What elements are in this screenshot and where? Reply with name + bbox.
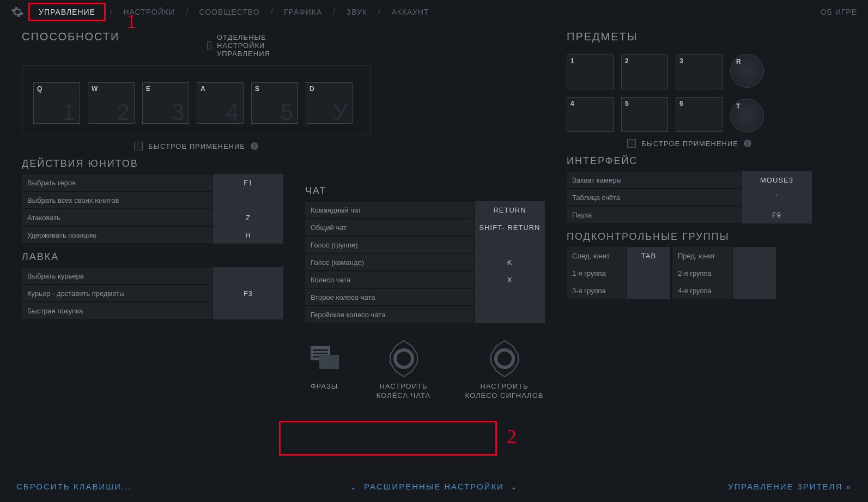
chat-list: Командный чатRETURN Общий чатSHIFT- RETU… [305,201,545,323]
tab-separator: / [186,7,188,17]
item-slots-area: 1 2 3 4 5 6 R T [567,54,812,132]
bind-row[interactable]: Геройское колесо чата [305,306,545,323]
content-area: СПОСОБНОСТИ ОТДЕЛЬНЫЕ НАСТРОЙКИ УПРАВЛЕН… [0,24,868,401]
bind-row[interactable]: Курьер - доставить предметыF3 [22,285,283,302]
bind-row[interactable]: Выбрать курьера [22,267,283,285]
chevron-down-icon: ⌄ [511,482,518,491]
svg-point-8 [496,350,513,367]
ability-slot[interactable]: E3 [142,82,189,124]
column-middle: ЧАТ Командный чатRETURN Общий чатSHIFT- … [305,178,545,401]
svg-point-6 [395,350,412,367]
interface-title: ИНТЕРФЕЙС [567,155,812,167]
wheel-icon [485,340,524,378]
tp-scroll-slot[interactable]: T [730,99,764,132]
column-right: ПРЕДМЕТЫ 1 2 3 4 5 6 R T БЫСТРОЕ [567,24,812,401]
bottom-bar: СБРОСИТЬ КЛАВИШИ... ⌄ РАСШИРЕННЫЕ НАСТРО… [0,482,868,491]
tab-community[interactable]: СООБЩЕСТВО [192,4,266,20]
bind-row[interactable]: Второе колесо чата [305,288,545,306]
reset-keys-button[interactable]: СБРОСИТЬ КЛАВИШИ... [16,482,131,491]
group-cell[interactable]: Пред. юнит [672,247,776,264]
phrases-button[interactable]: ФРАЗЫ [305,340,343,401]
ability-slot[interactable]: A4 [197,82,244,124]
svg-rect-1 [313,349,328,351]
bind-row[interactable]: Удерживать позициюH [22,226,283,244]
tab-controls[interactable]: УПРАВЛЕНИЕ [28,3,106,21]
wheel-icon [385,340,423,378]
item-slot[interactable]: 1 [567,55,614,89]
items-title: ПРЕДМЕТЫ [567,31,812,43]
svg-rect-4 [319,355,339,369]
group-cell[interactable]: 3-я группа [567,282,670,299]
groups-grid: След. юнитTAB Пред. юнит 1-я группа 2-я … [567,247,812,299]
item-slot[interactable]: 2 [621,55,668,89]
chat-icon-buttons: ФРАЗЫ НАСТРОИТЬ КОЛЁСА ЧАТА НАСТРОИТЬ КО… [305,340,545,401]
separate-controls-label: ОТДЕЛЬНЫЕ НАСТРОЙКИ УПРАВЛЕНИЯ [217,33,283,58]
svg-rect-2 [313,353,328,354]
bind-row[interactable]: ПаузаF9 [567,206,812,223]
shop-title: ЛАВКА [22,251,283,263]
item-slot[interactable]: 4 [567,97,614,132]
tab-about[interactable]: ОБ ИГРЕ [821,8,857,16]
bind-row[interactable]: Колесо чатаX [305,271,545,288]
bind-row[interactable]: Выбрать всех своих юнитов [22,191,283,209]
quickcast-items-checkbox[interactable] [627,139,636,148]
bind-row[interactable]: Голос (команде)K [305,253,545,271]
annotation-highlight-2 [279,421,497,456]
info-icon[interactable]: i [251,142,258,150]
ability-slot[interactable]: DУ [306,82,353,124]
quickcast-abilities-checkbox[interactable] [134,142,143,150]
ability-slot[interactable]: W2 [88,82,135,124]
groups-title: ПОДКОНТРОЛЬНЫЕ ГРУППЫ [567,231,812,243]
bind-row[interactable]: Выбрать герояF1 [22,174,283,191]
tab-sound[interactable]: ЗВУК [340,4,374,20]
bind-row[interactable]: Общий чатSHIFT- RETURN [305,219,545,236]
bind-row[interactable]: АтаковатьZ [22,209,283,226]
neutral-item-slot[interactable]: R [730,54,764,88]
group-cell[interactable]: 1-я группа [567,264,670,282]
annotation-2: 2 [507,425,517,448]
tab-graphics[interactable]: ГРАФИКА [277,4,329,20]
quickcast-items-label: БЫСТРОЕ ПРИМЕНЕНИЕ [641,140,738,148]
tab-separator: / [271,7,273,17]
ability-slot[interactable]: S5 [251,82,298,124]
group-cell[interactable]: 2-я группа [672,264,776,282]
unit-actions-list: Выбрать герояF1 Выбрать всех своих юнито… [22,174,283,244]
tab-separator: / [333,7,335,17]
chat-wheels-button[interactable]: НАСТРОИТЬ КОЛЁСА ЧАТА [371,340,436,401]
annotation-1: 1 [126,10,136,33]
interface-list: Захват камерыMOUSE3 Таблица счёта` Пауза… [567,171,812,223]
item-slot[interactable]: 5 [621,97,668,132]
chevron-down-icon: ⌄ [350,482,357,491]
gear-icon[interactable] [11,5,24,19]
group-cell[interactable]: След. юнитTAB [567,247,670,264]
tab-separator: / [378,7,380,17]
item-slot[interactable]: 3 [676,55,723,89]
tab-account[interactable]: АККАУНТ [385,4,435,20]
bind-row[interactable]: Таблица счёта` [567,189,812,206]
unit-actions-title: ДЕЙСТВИЯ ЮНИТОВ [22,158,283,170]
item-slot[interactable]: 6 [676,97,723,132]
shop-list: Выбрать курьера Курьер - доставить предм… [22,267,283,319]
chat-title: ЧАТ [305,185,545,197]
bind-row[interactable]: Голос (группе) [305,236,545,253]
signal-wheel-button[interactable]: НАСТРОИТЬ КОЛЕСО СИГНАЛОВ [464,340,545,401]
bind-row[interactable]: Быстрая покупка [22,302,283,319]
ability-slots-area: Q1 W2 E3 A4 S5 DУ [22,65,371,135]
info-icon[interactable]: i [744,140,751,147]
ability-slot[interactable]: Q1 [33,82,80,124]
chat-bubbles-icon [305,340,343,378]
spectator-controls-button[interactable]: УПРАВЛЕНИЕ ЗРИТЕЛЯ » [728,482,852,491]
tab-separator: / [110,7,112,17]
separate-controls-checkbox[interactable] [207,41,211,50]
advanced-settings-button[interactable]: ⌄ РАСШИРЕННЫЕ НАСТРОЙКИ ⌄ [350,482,518,491]
quickcast-abilities-label: БЫСТРОЕ ПРИМЕНЕНИЕ [148,142,245,150]
bind-row[interactable]: Командный чатRETURN [305,201,545,219]
group-cell[interactable]: 4-я группа [672,282,776,299]
column-left: СПОСОБНОСТИ ОТДЕЛЬНЫЕ НАСТРОЙКИ УПРАВЛЕН… [22,24,283,401]
bind-row[interactable]: Захват камерыMOUSE3 [567,171,812,189]
